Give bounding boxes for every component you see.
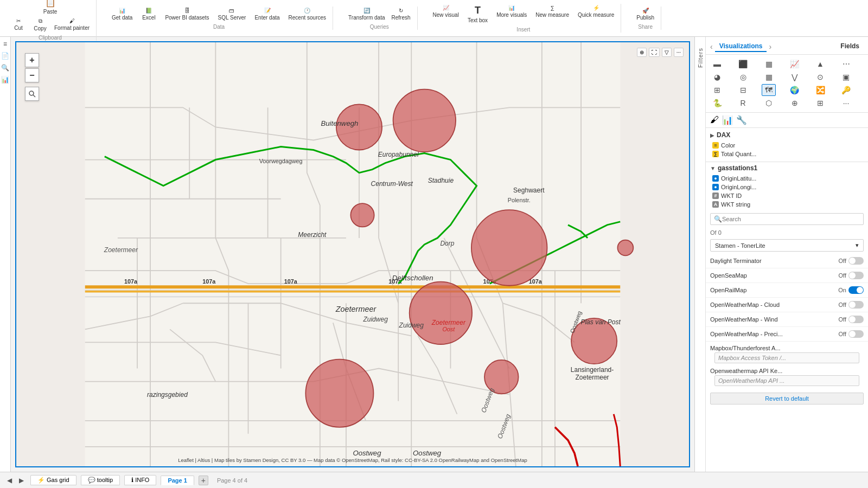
map-container[interactable]: + − xyxy=(15,41,690,467)
viz-sub-fields[interactable]: 🔧 xyxy=(736,115,747,125)
viz-icon-filled-map[interactable]: 🌍 xyxy=(788,84,802,96)
viz-sub-format[interactable]: 🖌 xyxy=(710,115,719,125)
viz-icon-donut[interactable]: ◎ xyxy=(736,71,750,83)
quick-measure-button[interactable]: ⚡ Quick measure xyxy=(576,4,616,24)
open-weather-preci-track[interactable] xyxy=(848,330,864,338)
viz-icon-custom2[interactable]: ⊕ xyxy=(788,97,802,109)
viz-icon-treemap[interactable]: ▦ xyxy=(762,71,776,83)
sidebar-icon-2[interactable]: 📄 xyxy=(1,51,10,61)
open-sea-toggle-control[interactable]: Off xyxy=(839,272,864,279)
mapbox-input[interactable]: Mapbox Access Token /... xyxy=(714,352,859,363)
powerbi-datasets-button[interactable]: 🗄 Power BI datasets xyxy=(163,7,211,22)
copy-button[interactable]: ⧉ Copy xyxy=(30,17,50,33)
tile-dropdown[interactable]: Stamen - TonerLite ▾ xyxy=(710,239,864,252)
refresh-button[interactable]: ↻ Refresh xyxy=(390,7,413,22)
viz-icon-area[interactable]: ▲ xyxy=(813,58,827,70)
zoom-in-button[interactable]: + xyxy=(25,53,39,67)
paste-button[interactable]: 📋 Paste xyxy=(41,0,60,16)
new-measure-button[interactable]: ∑ New measure xyxy=(533,4,571,24)
viz-icon-r[interactable]: R xyxy=(736,97,750,109)
open-weather-cloud-track[interactable] xyxy=(848,301,864,309)
viz-icon-line[interactable]: 📈 xyxy=(788,58,802,70)
viz-icon-python[interactable]: 🐍 xyxy=(710,97,724,109)
open-weather-cloud-toggle[interactable]: OpenWeatherMap - Cloud Off xyxy=(706,298,868,312)
viz-icon-bar3[interactable]: ▦ xyxy=(762,58,776,70)
open-rail-map-toggle[interactable]: OpenRailMap On xyxy=(706,283,868,298)
viz-icon-table[interactable]: ⊞ xyxy=(710,84,724,96)
wkt-id-field[interactable]: # WKT ID xyxy=(710,191,864,200)
publish-button[interactable]: 🚀 Publish xyxy=(634,7,656,22)
viz-icon-bar2[interactable]: ⬛ xyxy=(736,58,750,70)
get-data-button[interactable]: 📊 Get data xyxy=(110,7,135,22)
tab-info[interactable]: ℹ INFO xyxy=(124,475,156,485)
viz-icon-key[interactable]: 🔑 xyxy=(839,84,853,96)
fields-tab[interactable]: Fields xyxy=(836,41,864,52)
map-search-button[interactable] xyxy=(25,87,39,101)
open-sea-map-toggle[interactable]: OpenSeaMap Off xyxy=(706,268,868,283)
text-box-button[interactable]: T Text box xyxy=(465,4,490,24)
viz-icon-pie[interactable]: ◕ xyxy=(710,71,724,83)
open-weather-preci-control[interactable]: Off xyxy=(839,330,864,338)
open-weather-cloud-control[interactable]: Off xyxy=(839,301,864,309)
viz-sub-analytics[interactable]: 📊 xyxy=(722,115,733,125)
cut-button[interactable]: ✂ Cut xyxy=(9,17,28,33)
viz-icon-gauge[interactable]: ⊙ xyxy=(813,71,827,83)
origin-lati-field[interactable]: ● OriginLatitu... xyxy=(710,174,864,183)
zoom-out-button[interactable]: − xyxy=(25,68,39,82)
open-weather-wind-toggle[interactable]: OpenWeatherMap - Wind Off xyxy=(706,312,868,327)
wkt-string-field[interactable]: A WKT string xyxy=(710,200,864,209)
open-sea-toggle-track[interactable] xyxy=(848,272,864,279)
search-input[interactable] xyxy=(722,216,860,222)
gasstations-section-header[interactable]: ▼ gasstations1 xyxy=(710,164,864,172)
map-fullscreen-button[interactable]: ⛶ xyxy=(649,48,660,57)
filters-label[interactable]: Filters xyxy=(697,48,704,68)
panel-nav-left-arrow[interactable]: ‹ xyxy=(710,42,713,51)
sidebar-icon-3[interactable]: 🔍 xyxy=(1,63,10,73)
sidebar-icon-1[interactable]: ≡ xyxy=(1,39,10,49)
add-page-button[interactable]: + xyxy=(199,476,208,485)
viz-icon-funnel[interactable]: ⋁ xyxy=(788,71,802,83)
map-filter-button[interactable]: ▽ xyxy=(662,48,672,57)
page-next-button[interactable]: ▶ xyxy=(16,476,26,485)
open-rail-toggle-track[interactable] xyxy=(848,286,864,294)
transform-data-button[interactable]: 🔄 Transform data xyxy=(346,7,387,22)
viz-icon-bar[interactable]: ▬ xyxy=(710,58,724,70)
daylight-toggle-control[interactable]: Off xyxy=(839,257,864,265)
sidebar-icon-4[interactable]: 📊 xyxy=(1,75,10,85)
new-visual-button[interactable]: 📈 New visual xyxy=(431,4,461,24)
sql-server-button[interactable]: 🗃 SQL Server xyxy=(216,7,248,22)
tab-page-1[interactable]: Page 1 xyxy=(161,476,194,485)
page-prev-button[interactable]: ◀ xyxy=(4,476,14,485)
recent-sources-button[interactable]: 🕐 Recent sources xyxy=(286,7,328,22)
viz-icon-map[interactable]: 🗺 xyxy=(762,84,776,96)
enter-data-button[interactable]: 📝 Enter data xyxy=(252,7,282,22)
total-quant-field-item[interactable]: ∑ Total Quant... xyxy=(710,150,864,158)
daylight-terminator-toggle[interactable]: Daylight Terminator Off xyxy=(706,254,868,268)
open-weather-wind-track[interactable] xyxy=(848,316,864,323)
excel-button[interactable]: 📗 Excel xyxy=(139,7,158,22)
origin-longi-field[interactable]: ● OriginLongi... xyxy=(710,183,864,191)
color-field-item[interactable]: ≡ Color xyxy=(710,141,864,150)
visualizations-tab[interactable]: Visualizations xyxy=(715,41,767,52)
search-box[interactable]: 🔍 xyxy=(710,213,864,225)
openweathermap-input[interactable]: OpenWeatherMap API ... xyxy=(714,375,859,386)
viz-icon-custom1[interactable]: ⬡ xyxy=(762,97,776,109)
map-overlay-btn1[interactable]: ⊕ xyxy=(637,48,647,57)
open-weather-preci-toggle[interactable]: OpenWeatherMap - Preci... Off xyxy=(706,327,868,342)
open-rail-toggle-control[interactable]: On xyxy=(838,286,864,294)
tab-gas-grid[interactable]: ⚡ Gas grid xyxy=(30,475,76,485)
viz-icon-card[interactable]: ▣ xyxy=(839,71,853,83)
tab-tooltip[interactable]: 💬 tooltip xyxy=(81,475,120,485)
open-weather-wind-control[interactable]: Off xyxy=(839,316,864,323)
more-visuals-button[interactable]: 📊 More visuals xyxy=(494,4,529,24)
dax-section-header[interactable]: ▶ DAX xyxy=(710,131,864,139)
daylight-toggle-track[interactable] xyxy=(848,257,864,265)
revert-button[interactable]: Revert to default xyxy=(710,393,864,404)
viz-icon-matrix[interactable]: ⊟ xyxy=(736,84,750,96)
viz-icon-more[interactable]: ··· xyxy=(839,97,853,109)
viz-icon-scatter[interactable]: ⋯ xyxy=(839,58,853,70)
viz-icon-decomp[interactable]: 🔀 xyxy=(813,84,827,96)
viz-icon-custom3[interactable]: ⊞ xyxy=(813,97,827,109)
format-painter-button[interactable]: 🖌 Format painter xyxy=(52,17,92,33)
map-more-button[interactable]: ··· xyxy=(674,48,684,57)
